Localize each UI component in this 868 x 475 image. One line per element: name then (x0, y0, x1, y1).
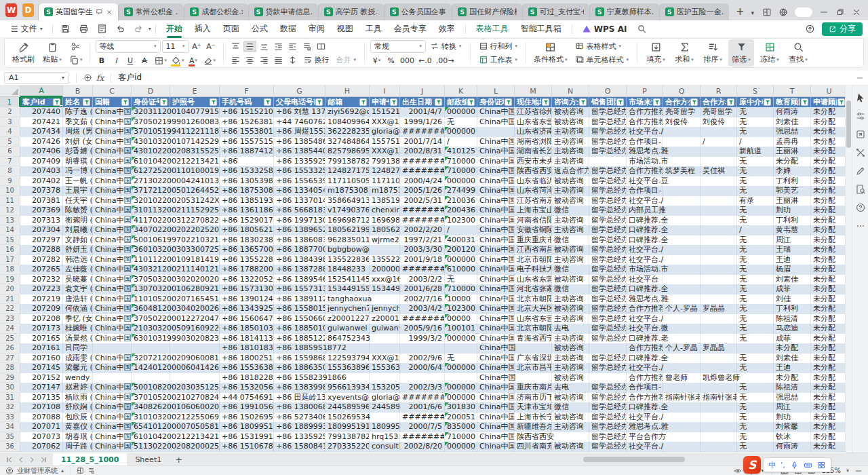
cell[interactable]: +86 15808419901 (274, 442, 326, 452)
cell[interactable]: 刘佳 (774, 294, 811, 305)
document-tab[interactable]: S英国留学生 (38, 3, 118, 20)
cell[interactable]: 郭美艺 (774, 186, 811, 196)
cell[interactable]: 刘素佳 (774, 354, 811, 364)
cell[interactable] (701, 284, 737, 294)
cell[interactable]: 合作项目- (627, 383, 663, 393)
cell[interactable]: 未分配 (811, 117, 845, 128)
cell[interactable]: 207208 (20, 314, 63, 324)
cell[interactable]: 无 (737, 235, 774, 246)
cell[interactable]: 上海市宝山 (515, 206, 552, 216)
cell[interactable]: 留学总经办 (589, 127, 627, 137)
cell[interactable] (445, 343, 477, 354)
cell[interactable]: China中国 (93, 354, 132, 364)
cell[interactable]: 无 (737, 324, 774, 334)
cell[interactable]: ######## (400, 127, 445, 137)
format-button[interactable]: B (96, 55, 108, 66)
粘贴-button[interactable]: 粘贴▾ (39, 39, 65, 66)
signature-icon[interactable] (855, 166, 866, 176)
format-button[interactable]: A⁺ (191, 41, 203, 52)
filter-button[interactable] (83, 98, 90, 106)
cell[interactable]: 李婵 (774, 166, 811, 176)
cell[interactable]: 主动咨询 (552, 127, 589, 137)
cell[interactable]: xxx@163.c (370, 275, 400, 285)
cell[interactable]: 110105200207165451 (132, 294, 170, 305)
cell[interactable] (663, 383, 701, 393)
cell[interactable]: 丁利利 (774, 216, 811, 226)
cell[interactable]: 2001/6/28 (400, 284, 445, 294)
select-all-corner[interactable] (0, 86, 20, 97)
cell[interactable]: 未分配 (811, 275, 845, 285)
cell[interactable]: 无 (737, 413, 774, 423)
cell[interactable]: 000000 (445, 255, 477, 265)
cell[interactable] (701, 206, 737, 216)
cell[interactable] (445, 373, 477, 383)
cell[interactable]: ######## (400, 265, 445, 275)
cell[interactable]: China中国 (93, 127, 132, 137)
cell[interactable]: 留学总经办 (589, 275, 627, 285)
docs-logo[interactable]: D (22, 3, 34, 17)
cell[interactable] (701, 147, 737, 157)
cell[interactable]: 207265 (20, 265, 63, 275)
cell[interactable]: 主动咨询 (552, 147, 589, 157)
cell[interactable]: 310103200212255069 (132, 413, 170, 423)
cell[interactable]: 舒欣娴 (女 (63, 402, 93, 413)
cell[interactable]: 雅思考点.雅 (627, 147, 663, 157)
cell[interactable]: +86 13896522100 (274, 225, 326, 235)
cell[interactable]: 丁利利 (774, 176, 811, 187)
microphone-icon[interactable] (790, 461, 799, 470)
cell[interactable]: 无 (737, 166, 774, 176)
cell[interactable]: 社交平台./ (627, 255, 663, 265)
cell[interactable]: 季忆 (女) (63, 314, 93, 324)
cell[interactable] (663, 442, 701, 452)
al-just-button[interactable] (272, 54, 285, 66)
cell[interactable] (93, 343, 132, 354)
cell[interactable]: China中国 (93, 147, 132, 157)
cell[interactable]: 留学总经办 (589, 186, 627, 196)
cell[interactable]: 荆玏 (774, 413, 811, 423)
cell[interactable]: 无 (737, 354, 774, 364)
cell[interactable]: z20001227 (370, 314, 400, 324)
cell[interactable]: 留学总经办 (589, 383, 627, 393)
cell[interactable]: 200051 (445, 413, 477, 423)
cell[interactable]: +86 15533258500 (274, 166, 326, 176)
cell[interactable]: China中国 (93, 225, 132, 235)
cell[interactable]: 无 (737, 393, 774, 403)
cell[interactable] (701, 422, 737, 432)
cell[interactable]: 610104200212213421 (132, 157, 170, 167)
format-button[interactable]: ¥▾ (370, 55, 383, 66)
cell[interactable]: +86 13340540988 (274, 186, 326, 196)
cell[interactable]: 陈敏赟 (女 (63, 206, 93, 216)
cell[interactable]: 155751588 (370, 137, 400, 147)
cell[interactable]: China中国 (93, 245, 132, 255)
row-number[interactable]: 28 (0, 363, 20, 373)
cell[interactable]: 未分配 (811, 432, 845, 442)
cell[interactable]: 117110505 (370, 176, 400, 187)
preview-icon[interactable] (94, 24, 111, 34)
cell[interactable]: 200000@qq (370, 265, 400, 275)
format-button[interactable]: U (124, 55, 137, 66)
cell[interactable]: gloria@uk (370, 393, 400, 403)
cell[interactable]: 河北省张家 (515, 284, 552, 294)
cell[interactable]: 合作方推荐 (627, 107, 663, 117)
cell[interactable]: 430321200211140121 (132, 265, 170, 275)
cell[interactable] (170, 343, 220, 354)
cell[interactable]: 合作方推荐 (627, 343, 663, 354)
row-number[interactable]: 29 (0, 373, 20, 383)
va-top-button[interactable] (229, 41, 242, 52)
row-number[interactable]: 18 (0, 265, 20, 275)
cell[interactable]: 主动咨询 (552, 225, 589, 235)
cell[interactable]: 无 (737, 206, 774, 216)
cell[interactable]: 未分配 (811, 216, 845, 226)
cell[interactable]: +86 13552283 (220, 255, 274, 265)
cell[interactable]: +86 52734062 (274, 413, 326, 423)
cell[interactable]: z20001227 (326, 314, 370, 324)
cell[interactable]: 244589596 (326, 402, 370, 413)
cell[interactable]: +86 15598680231 (274, 354, 326, 364)
cell[interactable]: 未分配 (811, 304, 845, 314)
cell[interactable] (701, 275, 737, 285)
cell[interactable]: 新疆维吾尔 (515, 422, 552, 432)
menu-item-工具[interactable]: 工具 (359, 20, 388, 38)
cell[interactable]: 主动咨询 (552, 363, 589, 373)
cell[interactable]: China中国 (93, 117, 132, 128)
cell[interactable]: 未分配 (811, 147, 845, 157)
